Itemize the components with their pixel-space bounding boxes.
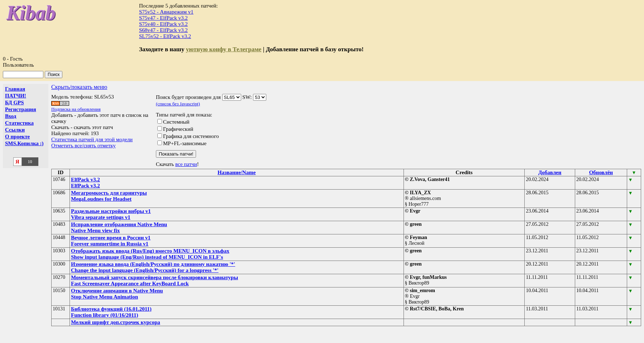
cell-flag[interactable]: ▼ [627,221,641,234]
cell-credits: © Feyman§ Лесной [404,234,525,248]
cell-flag[interactable]: ▼ [627,234,641,248]
header-search-input[interactable] [3,71,43,78]
col-added[interactable]: Добавлен [525,169,575,176]
header-search-button[interactable] [45,71,62,78]
patch-link-ru[interactable]: Мелкий шрифт доп.строчек курсора [71,319,160,325]
sidebar-item[interactable]: Вход [5,113,46,119]
patch-link-en[interactable]: Native Menu view fix [71,228,120,233]
sidebar-item[interactable]: Ссылки [5,127,46,133]
patch-link-ru[interactable]: Исправление отображения Native Menu [71,221,167,227]
toggle-menu-link[interactable]: Скрыть/показать меню [51,84,107,90]
cell-flag[interactable]: ▼ [627,208,641,221]
sidebar-item[interactable]: ПАТЧИ! [5,93,46,99]
patch-link-en[interactable]: Stop Native Menu Animation [71,294,138,300]
table-row: 10303Отображать язык ввода (Rus/Eng) вме… [52,248,641,261]
cell-id: 10746 [52,176,70,190]
site-logo[interactable]: Kibab [3,3,139,23]
patch-link-ru[interactable]: ElfPack v3.2 [71,177,100,182]
col-credits: Credits [404,169,525,176]
recent-patch-link[interactable]: S75v40 - ElfPack v3.2 [139,21,641,27]
patch-link-en[interactable]: Change the input language (English/Русск… [71,267,219,273]
cell-id: 10686 [52,190,70,208]
cell-flag[interactable]: ▼ [627,190,641,208]
model-stats-link[interactable]: Статистика патчей для этой модели [51,137,133,142]
patch-link-en[interactable]: Vibra separate settings v1 [71,214,130,220]
patch-link-ru[interactable]: Мегагромкость для гарнитуры [71,190,147,196]
sidebar-item[interactable]: Главная [5,86,46,92]
sidebar-item[interactable]: SMS.Копилка :) [5,140,46,147]
col-updated[interactable]: Обновлён [575,169,627,176]
cell-id: 10131 [52,306,70,319]
patch-link-ru[interactable]: Изменение языка ввода (English/Русский) … [71,261,235,267]
patch-type-label: Графика для системного [163,133,219,139]
patch-type-label: Системный [163,119,190,125]
cell-flag[interactable]: ▼ [627,287,641,306]
table-row: Мелкий шрифт доп.строчек курсора▼ [52,319,641,326]
download-all-link[interactable]: все патчи [175,161,197,167]
table-row: 10300Изменение языка ввода (English/Русс… [52,261,641,274]
sidebar-item[interactable]: О проекте [5,134,46,140]
download-hint: Скачать - скачать этот патч [51,124,154,130]
patch-link-ru[interactable]: Моментальный запуск скринсейвера после б… [71,275,238,280]
patch-link-en[interactable]: MegaLoudnes for Headset [71,196,132,202]
col-id: ID [52,169,70,176]
telegram-link[interactable]: уютную конфу в Телеграме [186,46,262,53]
col-flag: ▼ [627,169,641,176]
cell-flag[interactable]: ▼ [627,274,641,287]
patch-link-en[interactable]: Function library (01/16/2011) [71,312,138,318]
sidebar-item[interactable]: БД GPS [5,100,46,106]
mark-all-link[interactable]: Отметить все/снять отметку [51,143,116,148]
sidebar-nav: ГлавнаяПАТЧИ!БД GPSРегистрацияВходСтатис… [3,84,48,168]
cell-credits [404,319,525,326]
download-all-pre: Скачать [156,161,175,167]
recent-patch-link[interactable]: SL75v52 - ElfPack v3.2 [139,33,641,39]
cell-id: 10635 [52,208,70,221]
cell-id: 10270 [52,274,70,287]
cell-flag[interactable]: ▼ [627,306,641,319]
col-name[interactable]: Название/Name [70,169,404,176]
patch-link-en[interactable]: ElfPack v3.2 [71,183,100,189]
sidebar-item[interactable]: Статистика [5,120,46,126]
patches-table: ID Название/Name Credits Добавлен Обновл… [51,169,641,326]
recent-patch-link[interactable]: S75v47 - ElfPack v3.2 [139,15,641,21]
cell-flag[interactable]: ▼ [627,319,641,326]
add-hint: Добавить - добавить этот патч в список н… [51,112,154,124]
patch-link-ru[interactable]: Вечное летнее время в России v1 [71,235,151,240]
cell-updated: 28.06.2015 [575,190,627,208]
patch-link-en[interactable]: Fast Screensaver Appearance after KeyBoa… [71,281,189,286]
cell-credits: © green [404,248,525,261]
sw-select[interactable]: 53 [253,94,266,101]
page-header: Kibab Последние 5 добавленных патчей: S7… [0,0,644,56]
patch-type-checkbox[interactable] [157,119,162,124]
patch-types-label: Типы патчей для показа: [156,112,266,118]
patch-type-checkbox[interactable] [157,126,162,131]
sw-label: SW: [242,94,253,100]
patch-type-checkbox[interactable] [157,133,162,138]
patch-link-ru[interactable]: Отключение анимации в Native Menu [71,288,163,294]
show-patches-button[interactable] [156,150,196,158]
patch-type-checkbox[interactable] [157,140,162,145]
cell-id: 10483 [52,221,70,234]
yandex-badge[interactable]: Я 10 [13,157,38,166]
patch-link-ru[interactable]: Раздельные настройки вибры v1 [71,208,151,214]
cell-flag[interactable]: ▼ [627,176,641,190]
nojs-list-link[interactable]: (список без Javascript) [156,101,200,106]
subscribe-updates-link[interactable]: Подписка на обновления [51,106,101,112]
patch-link-en[interactable]: Show input language (Eng/Rus) instead of… [71,254,223,260]
cell-name: Изменение языка ввода (English/Русский) … [70,261,404,274]
cell-id: 10448 [52,234,70,248]
patch-link-en[interactable]: Forever summertime in Russia v1 [71,241,148,247]
cell-name: Отображать язык ввода (Rus/Eng) вместо M… [70,248,404,261]
recent-patch-link[interactable]: S75v52 - Авиарежим v1 [139,9,641,15]
recent-patch-link[interactable]: S68v47 - ElfPack v3.2 [139,27,641,33]
model-select[interactable]: SL65 [222,94,241,101]
cell-name: ElfPack v3.2ElfPack v3.2 [70,176,404,190]
rss-icon[interactable]: RSS [51,101,60,106]
cell-flag[interactable]: ▼ [627,248,641,261]
table-row: 10746ElfPack v3.2ElfPack v3.2© Z.Vova, G… [52,176,641,190]
patch-link-ru[interactable]: Отображать язык ввода (Rus/Eng) вместо M… [71,248,229,254]
patch-link-ru[interactable]: Библиотека функций (16.01.2011) [71,306,152,312]
user-label: Пользователь [3,62,34,68]
sidebar-item[interactable]: Регистрация [5,106,46,113]
cell-flag[interactable]: ▼ [627,261,641,274]
